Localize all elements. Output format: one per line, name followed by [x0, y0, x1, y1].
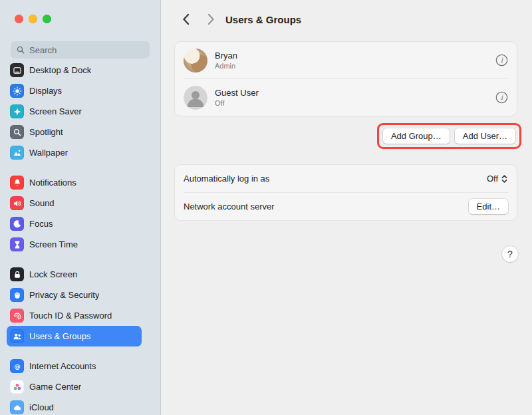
user-name: Bryan — [215, 51, 237, 61]
sidebar-item-lock-screen[interactable]: Lock Screen — [7, 264, 142, 285]
search-icon — [16, 45, 25, 55]
sidebar-item-label: Users & Groups — [29, 331, 90, 341]
wallpaper-icon — [10, 146, 24, 160]
svg-text:i: i — [500, 93, 503, 101]
svg-text:i: i — [500, 56, 503, 64]
sidebar-item-label: Spotlight — [29, 127, 63, 137]
sidebar-item-label: Privacy & Security — [29, 290, 99, 300]
updown-chevron-icon — [501, 174, 508, 184]
edit-button[interactable]: Edit… — [469, 199, 508, 214]
users-groups-icon — [10, 329, 24, 343]
sidebar-item-notifications[interactable]: Notifications — [7, 172, 142, 193]
internet-accounts-icon: @ — [10, 359, 24, 373]
search-input[interactable]: Search — [11, 41, 150, 59]
displays-icon — [10, 84, 24, 98]
sidebar-item-label: Screen Saver — [29, 106, 82, 116]
sidebar-item-label: Screen Time — [29, 239, 78, 249]
info-icon[interactable]: i — [495, 91, 508, 104]
sidebar-item-screen-saver[interactable]: Screen Saver — [7, 101, 142, 122]
sound-icon — [10, 196, 24, 210]
help-row: ? — [161, 246, 532, 262]
network-server-label: Network account server — [184, 202, 275, 211]
sidebar-item-label: Desktop & Dock — [29, 65, 91, 75]
network-server-row: Network account server Edit… — [175, 193, 517, 220]
system-settings-window: Search Desktop & DockDisplaysScreen Save… — [0, 0, 532, 415]
desktop-dock-icon — [10, 63, 24, 77]
add-buttons-row: Add Group… Add User… — [161, 123, 532, 149]
annotation-highlight: Add Group… Add User… — [377, 123, 521, 149]
search-placeholder: Search — [29, 45, 57, 55]
user-detail: Off — [215, 99, 259, 107]
lock-screen-icon — [10, 267, 24, 281]
screen-saver-icon — [10, 104, 24, 118]
privacy-security-icon — [10, 288, 24, 302]
sidebar-item-game-center[interactable]: Game Center — [7, 376, 142, 397]
sidebar-item-label: Focus — [29, 219, 53, 229]
auto-login-value: Off — [487, 174, 498, 184]
user-detail: Admin — [215, 62, 237, 70]
auto-login-row: Automatically log in as Off — [175, 165, 517, 192]
login-options-card: Automatically log in as Off Network acco… — [174, 164, 517, 221]
sidebar-item-screen-time[interactable]: Screen Time — [7, 234, 142, 255]
close-button[interactable] — [15, 15, 23, 23]
svg-text:@: @ — [14, 362, 20, 370]
sidebar-item-touch-id-password[interactable]: Touch ID & Password — [7, 305, 142, 326]
back-button[interactable] — [180, 13, 191, 26]
sidebar-item-label: Touch ID & Password — [29, 311, 112, 321]
users-card: Bryan Admin i Guest User Off i — [174, 41, 517, 116]
window-controls — [0, 0, 160, 23]
focus-icon — [10, 217, 24, 231]
content-header: Users & Groups — [161, 0, 532, 28]
spotlight-icon — [10, 125, 24, 139]
guest-avatar — [184, 86, 207, 110]
sidebar-item-label: Notifications — [29, 178, 76, 188]
sidebar-item-label: Displays — [29, 86, 62, 96]
sidebar-item-sound[interactable]: Sound — [7, 193, 142, 213]
info-icon[interactable]: i — [495, 54, 508, 67]
sidebar-groups: Desktop & DockDisplaysScreen SaverSpotli… — [0, 59, 160, 415]
content-pane: Users & Groups Bryan Admin i Guest Use — [161, 0, 532, 415]
sidebar-item-displays[interactable]: Displays — [7, 80, 142, 101]
zoom-button[interactable] — [43, 15, 51, 23]
page-title: Users & Groups — [225, 14, 301, 25]
user-text: Guest User Off — [215, 88, 259, 107]
user-row-bryan[interactable]: Bryan Admin i — [175, 42, 517, 78]
sidebar-item-internet-accounts[interactable]: @Internet Accounts — [7, 356, 142, 376]
sidebar-item-icloud[interactable]: iCloud — [7, 397, 142, 415]
sidebar-item-privacy-security[interactable]: Privacy & Security — [7, 285, 142, 305]
touch-id-icon — [10, 309, 24, 323]
sidebar-item-label: Game Center — [29, 382, 81, 392]
sidebar: Search Desktop & DockDisplaysScreen Save… — [0, 0, 161, 415]
sidebar-item-desktop-dock[interactable]: Desktop & Dock — [7, 60, 142, 80]
notifications-icon — [10, 176, 24, 190]
sidebar-item-wallpaper[interactable]: Wallpaper — [7, 142, 142, 163]
game-center-icon — [10, 380, 24, 394]
sidebar-item-focus[interactable]: Focus — [7, 213, 142, 234]
sidebar-item-label: Wallpaper — [29, 148, 68, 158]
help-button[interactable]: ? — [502, 246, 518, 262]
sidebar-item-label: Lock Screen — [29, 269, 77, 279]
forward-button[interactable] — [205, 13, 216, 26]
sidebar-item-label: iCloud — [29, 402, 54, 412]
bryan-avatar — [184, 49, 207, 72]
user-row-guest[interactable]: Guest User Off i — [175, 79, 517, 116]
auto-login-popup[interactable]: Off — [487, 174, 508, 184]
sidebar-item-spotlight[interactable]: Spotlight — [7, 122, 142, 142]
sidebar-item-label: Sound — [29, 198, 55, 208]
add-group-button[interactable]: Add Group… — [383, 128, 450, 144]
screen-time-icon — [10, 237, 24, 251]
sidebar-item-label: Internet Accounts — [29, 361, 96, 371]
icloud-icon — [10, 400, 24, 414]
sidebar-item-users-groups[interactable]: Users & Groups — [7, 326, 142, 346]
minimize-button[interactable] — [29, 15, 37, 23]
add-user-button[interactable]: Add User… — [455, 128, 515, 144]
auto-login-label: Automatically log in as — [184, 174, 269, 184]
user-text: Bryan Admin — [215, 51, 237, 70]
user-name: Guest User — [215, 88, 259, 98]
